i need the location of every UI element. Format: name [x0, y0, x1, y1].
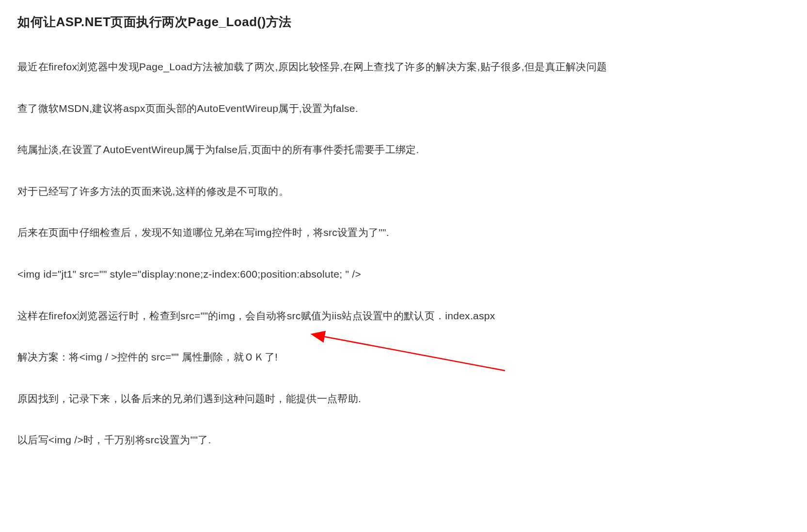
paragraph-code-example: <img id="jt1" src="" style="display:none…	[17, 266, 790, 282]
paragraph-record: 原因找到，记录下来，以备后来的兄弟们遇到这种问题时，能提供一点帮助.	[17, 391, 790, 407]
paragraph-not-feasible: 对于已经写了许多方法的页面来说,这样的修改是不可取的。	[17, 183, 790, 200]
paragraph-advice: 以后写<img />时，千万别将src设置为""了.	[17, 432, 790, 448]
paragraph-false-critique: 纯属扯淡,在设置了AutoEventWireup属于为false后,页面中的所有…	[17, 141, 790, 158]
paragraph-msdn: 查了微软MSDN,建议将aspx页面头部的AutoEventWireup属于,设…	[17, 100, 790, 117]
paragraph-found-img: 后来在页面中仔细检查后，发现不知道哪位兄弟在写img控件时，将src设置为了""…	[17, 224, 790, 241]
paragraph-intro: 最近在firefox浏览器中发现Page_Load方法被加载了两次,原因比较怪异…	[17, 59, 790, 75]
article-title: 如何让ASP.NET页面执行两次Page_Load()方法	[17, 14, 790, 31]
paragraph-solution: 解决方案：将<img / >控件的 src="" 属性删除，就ＯＫ了!	[17, 349, 790, 365]
paragraph-firefox-behavior: 这样在firefox浏览器运行时，检查到src=""的img，会自动将src赋值…	[17, 308, 790, 324]
